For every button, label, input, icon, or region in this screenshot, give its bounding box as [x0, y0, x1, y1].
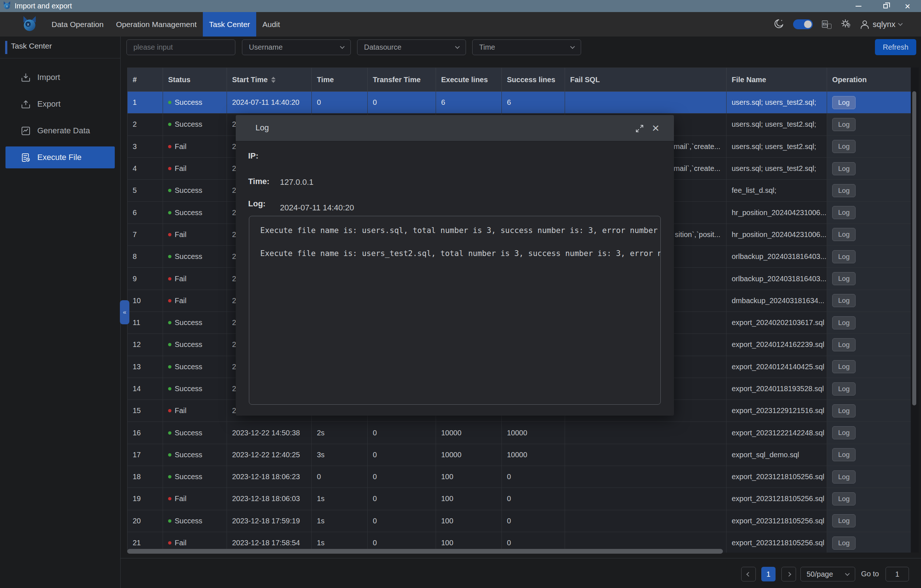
search-input[interactable]: please input — [127, 39, 235, 55]
cell-file-name: export_sql_demo.sql — [727, 444, 827, 466]
sidebar: Task Center Import Export Generate Data … — [0, 37, 120, 588]
col-header-execute-lines: Execute lines — [436, 68, 502, 92]
cell-status: Success — [163, 180, 227, 201]
cell-fail-sql — [565, 422, 727, 444]
log-button[interactable]: Log — [832, 140, 856, 153]
vertical-scrollbar[interactable] — [912, 91, 916, 405]
time-label: Time: — [248, 177, 269, 186]
table-row[interactable]: 1Success2024-07-11 14:40:200066users.sql… — [127, 92, 911, 114]
cell-status: Fail — [163, 136, 227, 158]
expand-icon[interactable] — [634, 123, 645, 134]
log-button[interactable]: Log — [832, 426, 856, 439]
log-button[interactable]: Log — [832, 316, 856, 330]
settings-gear-icon[interactable] — [841, 19, 851, 30]
sidebar-collapse-handle[interactable]: « — [120, 300, 129, 324]
minimize-button[interactable] — [847, 0, 870, 12]
language-switch-icon[interactable]: En — [822, 20, 832, 29]
page-size-select[interactable]: 50/page — [801, 567, 855, 582]
log-button[interactable]: Log — [832, 294, 856, 307]
log-button[interactable]: Log — [832, 360, 856, 373]
goto-page-input[interactable]: 1 — [885, 567, 909, 582]
next-page-button[interactable] — [781, 567, 796, 582]
cell-operation: Log — [827, 92, 911, 114]
col-header-file-name: File Name — [727, 68, 827, 92]
log-text-box[interactable]: Execute file name is: users.sql, total n… — [249, 216, 661, 404]
sidebar-items: Import Export Generate Data Execute File — [0, 67, 120, 168]
log-button[interactable]: Log — [832, 162, 856, 175]
sidebar-item-label: Execute File — [37, 153, 81, 162]
cell-time: 0 — [312, 92, 368, 114]
log-button[interactable]: Log — [832, 382, 856, 396]
log-modal: Log × IP: 127.0.0.1 Time: 2024-07-11 14:… — [236, 115, 674, 416]
datasource-select[interactable]: Datasource — [357, 39, 466, 55]
table-row[interactable]: 18Success2023-12-18 18:06:23001000export… — [127, 466, 911, 488]
nav-item-audit[interactable]: Audit — [256, 12, 286, 37]
status-dot-icon — [168, 145, 171, 148]
log-button[interactable]: Log — [832, 272, 856, 285]
log-button[interactable]: Log — [832, 514, 856, 527]
log-button[interactable]: Log — [832, 470, 856, 484]
log-button[interactable]: Log — [832, 338, 856, 351]
cell-operation: Log — [827, 334, 911, 356]
nav-item-operation-management[interactable]: Operation Management — [110, 12, 203, 37]
cell-execute-lines: 100 — [436, 466, 502, 488]
cell-operation: Log — [827, 510, 911, 532]
status-dot-icon — [168, 211, 171, 214]
log-button[interactable]: Log — [832, 206, 856, 219]
status-dot-icon — [168, 475, 171, 478]
restore-button[interactable] — [874, 0, 897, 12]
previous-page-button[interactable] — [741, 567, 756, 582]
sidebar-item-generate-data[interactable]: Generate Data — [5, 120, 115, 142]
table-row[interactable]: 19Fail2023-12-18 18:06:031s01000export_2… — [127, 488, 911, 510]
cell-start-time: 2024-07-11 14:40:20 — [227, 92, 312, 114]
user-avatar-icon — [860, 20, 869, 29]
log-button[interactable]: Log — [832, 184, 856, 197]
chevron-right-icon — [786, 572, 791, 577]
close-button[interactable]: × — [896, 0, 919, 12]
col-header-time: Time — [312, 68, 368, 92]
col-header-start-time[interactable]: Start Time — [227, 68, 312, 92]
cell-transfer-time: 0 — [368, 488, 436, 510]
cell-success-lines: 0 — [502, 488, 565, 510]
sort-icon[interactable] — [271, 77, 275, 83]
dark-mode-toggle[interactable] — [793, 19, 813, 29]
cell-operation: Log — [827, 290, 911, 312]
sidebar-item-import[interactable]: Import — [5, 67, 115, 88]
nav-item-data-operation[interactable]: Data Operation — [45, 12, 110, 37]
time-select[interactable]: Time — [472, 39, 581, 55]
cell-time: 1s — [312, 510, 368, 532]
nav-item-task-center[interactable]: Task Center — [203, 12, 256, 37]
cell-success-lines: 0 — [502, 510, 565, 532]
sidebar-item-export[interactable]: Export — [5, 93, 115, 115]
cell-start-time: 2023-12-18 18:06:23 — [227, 466, 312, 488]
cell-status: Fail — [163, 488, 227, 510]
log-button[interactable]: Log — [832, 96, 856, 109]
sidebar-item-execute-file[interactable]: Execute File — [5, 146, 115, 168]
log-button[interactable]: Log — [832, 492, 856, 505]
generate-data-icon — [21, 126, 31, 136]
log-button[interactable]: Log — [832, 250, 856, 263]
table-row[interactable]: 20Success2023-12-18 17:59:191s01000expor… — [127, 510, 911, 532]
modal-close-icon[interactable]: × — [649, 121, 662, 135]
log-button[interactable]: Log — [832, 404, 856, 417]
cell-status: Success — [163, 378, 227, 400]
goto-label: Go to — [861, 570, 879, 578]
horizontal-scrollbar[interactable] — [127, 549, 723, 554]
status-dot-icon — [168, 431, 171, 435]
table-row[interactable]: 16Success2023-12-22 14:50:382s0100001000… — [127, 422, 911, 444]
log-button[interactable]: Log — [832, 118, 856, 131]
log-button[interactable]: Log — [832, 228, 856, 241]
cell-file-name: users.sql; users_test2.sql; — [727, 158, 827, 180]
table-row[interactable]: 17Success2023-12-22 12:40:253s0100001000… — [127, 444, 911, 466]
log-button[interactable]: Log — [832, 448, 856, 461]
page-number-button[interactable]: 1 — [761, 567, 776, 582]
log-button[interactable]: Log — [832, 536, 856, 550]
refresh-button[interactable]: Refresh — [875, 39, 916, 55]
divider — [120, 558, 921, 559]
status-dot-icon — [168, 189, 171, 192]
status-dot-icon — [168, 519, 171, 523]
close-icon: × — [905, 2, 910, 11]
username-select[interactable]: Username — [242, 39, 351, 55]
cell-status: Fail — [163, 224, 227, 246]
user-menu[interactable]: sqlynx — [860, 20, 902, 29]
